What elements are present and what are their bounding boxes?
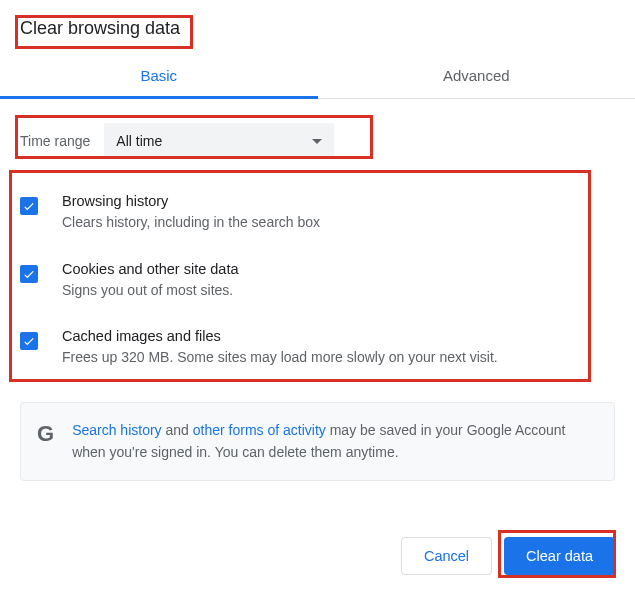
option-cached: Cached images and files Frees up 320 MB.… [20,314,615,382]
link-other-activity[interactable]: other forms of activity [193,422,326,438]
info-text: Search history and other forms of activi… [72,419,598,464]
option-desc: Frees up 320 MB. Some sites may load mor… [62,348,615,368]
option-desc: Signs you out of most sites. [62,281,615,301]
info-box: G Search history and other forms of acti… [20,402,615,481]
option-text: Browsing history Clears history, includi… [62,193,615,233]
option-cookies: Cookies and other site data Signs you ou… [20,247,615,315]
tab-advanced[interactable]: Advanced [318,53,636,98]
time-range-value: All time [116,133,162,149]
google-icon: G [37,421,54,447]
info-mid1: and [162,422,193,438]
option-text: Cached images and files Frees up 320 MB.… [62,328,615,368]
option-title: Browsing history [62,193,615,209]
time-range-row: Time range All time [20,123,615,159]
checkbox-browsing-history[interactable] [20,197,38,215]
link-search-history[interactable]: Search history [72,422,161,438]
clear-data-button[interactable]: Clear data [504,537,615,575]
cancel-button[interactable]: Cancel [401,537,492,575]
option-title: Cookies and other site data [62,261,615,277]
checkbox-cookies[interactable] [20,265,38,283]
options-list: Browsing history Clears history, includi… [0,179,635,382]
checkbox-cached[interactable] [20,332,38,350]
option-browsing-history: Browsing history Clears history, includi… [20,179,615,247]
tab-basic[interactable]: Basic [0,53,318,98]
option-text: Cookies and other site data Signs you ou… [62,261,615,301]
dialog-title: Clear browsing data [0,0,635,53]
check-icon [22,334,36,348]
tabs-container: Basic Advanced [0,53,635,99]
button-row: Cancel Clear data [401,537,615,575]
check-icon [22,267,36,281]
chevron-down-icon [312,139,322,144]
option-title: Cached images and files [62,328,615,344]
time-range-select[interactable]: All time [104,123,334,159]
time-range-label: Time range [20,133,90,149]
option-desc: Clears history, including in the search … [62,213,615,233]
check-icon [22,199,36,213]
